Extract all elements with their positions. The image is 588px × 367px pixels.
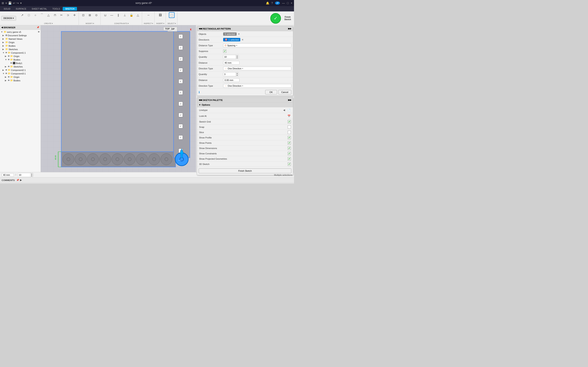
polygon-tool[interactable]: △: [45, 12, 51, 18]
visible-icon[interactable]: 👁: [5, 69, 7, 71]
show-profile-checkbox[interactable]: ✓: [288, 136, 291, 139]
3d-sketch-checkbox[interactable]: ✓: [288, 162, 291, 166]
tree-item-body1[interactable]: 👁 ⬛ Body1: [0, 61, 41, 65]
status-quantity-input[interactable]: [18, 173, 30, 177]
tree-item-doc-settings[interactable]: ▶ ⚙ Document Settings: [0, 34, 41, 37]
circle-tool[interactable]: ○: [33, 12, 38, 18]
slot-tool[interactable]: ⊓: [52, 12, 58, 18]
lt-calendar-icon[interactable]: 📄: [287, 108, 291, 112]
visible-icon[interactable]: 👁: [8, 79, 10, 82]
slice-checkbox[interactable]: [288, 131, 291, 134]
move-tool[interactable]: ✛: [72, 12, 77, 18]
cancel-button[interactable]: Cancel: [278, 90, 291, 94]
insert-image[interactable]: 🖼: [157, 12, 163, 18]
tree-item-comp3-origin[interactable]: ▶ 👁 📁 Origin: [0, 75, 41, 79]
browser-pin-icon[interactable]: 📌: [36, 26, 39, 29]
tab-surface[interactable]: SURFACE: [13, 7, 29, 11]
expand-icon[interactable]: ▶: [5, 79, 7, 82]
ok-button[interactable]: OK: [265, 90, 277, 94]
show-constraints-checkbox[interactable]: ✓: [288, 152, 291, 155]
mirror-tool[interactable]: ⊞: [87, 12, 93, 18]
show-dimensions-checkbox[interactable]: ✓: [288, 147, 291, 150]
user-avatar[interactable]: JP: [275, 1, 280, 5]
sp-collapse-icon[interactable]: ◀◀: [199, 99, 202, 101]
app-grid-icon[interactable]: ⊞: [2, 1, 4, 5]
save-icon[interactable]: 💾: [8, 1, 12, 5]
tree-item-component2[interactable]: ▶ 👁 📁 Component2:1: [0, 68, 41, 72]
tree-item-bodies[interactable]: ▶ 📁 Bodies: [0, 44, 41, 48]
more-icon[interactable]: ▾: [20, 1, 22, 5]
sketch-grid-checkbox[interactable]: ✓: [288, 120, 291, 123]
distance2-input[interactable]: [223, 78, 240, 82]
tree-item-origin[interactable]: ▶ 📁 Origin: [0, 41, 41, 44]
visible-icon[interactable]: 👁: [8, 58, 10, 61]
expand-icon[interactable]: ▶: [5, 76, 7, 78]
comments-expand[interactable]: ▶: [20, 179, 22, 182]
tree-item-comp3-bodies[interactable]: ▶ 👁 📁 Bodies: [0, 79, 41, 82]
expand-icon[interactable]: ▶: [2, 48, 5, 50]
line-tool[interactable]: ↗: [19, 12, 25, 18]
create-label[interactable]: CREATE ▾: [44, 22, 53, 25]
fix-tool[interactable]: 🔒: [129, 12, 134, 18]
show-projected-checkbox[interactable]: ✓: [288, 157, 291, 160]
redo-icon[interactable]: ↪: [17, 1, 19, 5]
tab-solid[interactable]: SOLID: [1, 7, 13, 11]
rect-tool[interactable]: □: [26, 12, 32, 18]
close-btn[interactable]: ×: [291, 1, 292, 5]
tab-sheet-metal[interactable]: SHEET METAL: [29, 7, 49, 11]
look-at-icon[interactable]: 📅: [287, 114, 291, 118]
status-distance-field[interactable]: [2, 173, 14, 176]
expand-icon[interactable]: ▶: [5, 55, 7, 57]
objects-clear[interactable]: ✕: [237, 33, 240, 35]
sp-expand-icon[interactable]: ▶▶: [288, 99, 291, 101]
coincident-tool[interactable]: ⊔: [102, 12, 108, 18]
tab-sketch[interactable]: SKETCH: [63, 7, 77, 11]
snap-checkbox[interactable]: [288, 125, 291, 129]
tree-item-sketches[interactable]: ▶ 📁 Sketches: [0, 48, 41, 51]
tree-expand-root[interactable]: ▼: [1, 31, 3, 33]
lt-back-icon[interactable]: ◀: [282, 108, 286, 112]
settings-icon[interactable]: ?: [271, 1, 273, 5]
directions-clear[interactable]: ✕: [241, 38, 244, 41]
panel-collapse-icon[interactable]: ◀◀: [199, 27, 202, 30]
select-label[interactable]: SELECT ▾: [167, 22, 176, 25]
perpendicular-tool[interactable]: ⊥: [122, 12, 128, 18]
status-qty-up[interactable]: ▲: [30, 173, 33, 175]
info-icon[interactable]: ℹ: [199, 91, 200, 94]
expand-icon[interactable]: ▶: [2, 69, 5, 71]
comments-toggle[interactable]: 📌: [16, 179, 19, 182]
expand-icon[interactable]: ▶: [2, 38, 5, 40]
options-expand-icon[interactable]: ▼: [199, 104, 201, 106]
fillet-tool[interactable]: ⊡: [80, 12, 86, 18]
expand-icon[interactable]: ▶: [2, 45, 5, 47]
show-points-checkbox[interactable]: ✓: [288, 141, 291, 145]
suppress-checkbox[interactable]: ✓: [223, 50, 226, 53]
insert-label[interactable]: INSERT ▾: [156, 22, 164, 25]
quantity1-up[interactable]: ▲: [236, 55, 238, 57]
tree-item-component3[interactable]: ▼ 👁 📁 Component3:1: [0, 72, 41, 75]
expand-icon[interactable]: ▶: [5, 66, 7, 68]
collinear-tool[interactable]: —: [109, 12, 114, 18]
expand-icon[interactable]: ▶: [2, 34, 5, 36]
visible-icon[interactable]: 👁: [5, 72, 7, 75]
visible-icon[interactable]: 👁: [8, 55, 10, 57]
tree-item-named-views[interactable]: ▶ 📁 Named Views: [0, 37, 41, 41]
status-qty-down[interactable]: ▼: [30, 175, 33, 177]
offset-tool[interactable]: ⊃: [65, 12, 71, 18]
finish-sketch-button[interactable]: ✓: [270, 13, 281, 24]
tree-item-root[interactable]: ▼ 📁 sorry game v5 👁: [0, 30, 41, 34]
quantity1-down[interactable]: ▼: [236, 57, 238, 59]
undo-icon[interactable]: ↩: [13, 1, 15, 5]
notification-icon[interactable]: 🔔: [266, 1, 269, 5]
tree-item-comp1-bodies[interactable]: ▼ 👁 📁 Bodies: [0, 58, 41, 61]
quantity2-down[interactable]: ▼: [236, 74, 238, 76]
select-tool[interactable]: ⬚: [169, 12, 174, 18]
browser-collapse-icon[interactable]: ◀: [1, 26, 3, 29]
tree-item-comp1-origin[interactable]: ▶ 👁 📁 Origin: [0, 54, 41, 58]
visible-icon[interactable]: 👁: [10, 62, 12, 64]
expand-icon[interactable]: ▼: [5, 58, 7, 61]
quantity2-up[interactable]: ▲: [236, 72, 238, 74]
distance-type-dropdown[interactable]: ⊡ Spacing ▾: [223, 43, 291, 47]
directions-badge[interactable]: 🎯 1 selected: [223, 38, 240, 42]
canvas-area[interactable]: ✓ ✓ ✓ ✓ ✓ ✓ ✓ ✓ ✓ ✓ ✓: [41, 25, 196, 172]
